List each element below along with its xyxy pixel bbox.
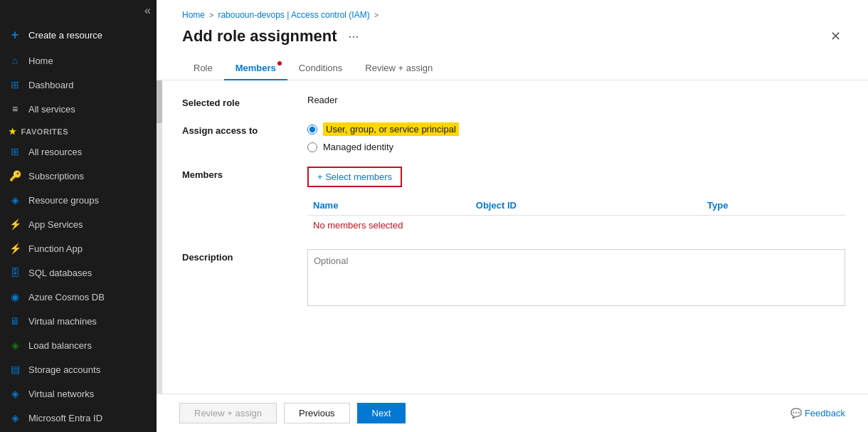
sidebar-item-label: App Services <box>28 219 83 230</box>
next-button[interactable]: Next <box>357 403 406 423</box>
radio-managed-identity[interactable]: Managed identity <box>307 142 845 152</box>
description-value <box>307 249 845 308</box>
tab-conditions[interactable]: Conditions <box>287 57 354 80</box>
members-table-head: Name Object ID Type <box>307 196 845 216</box>
sidebar-item-virtual-machines[interactable]: 🖥 Virtual machines <box>0 309 157 333</box>
review-assign-button[interactable]: Review + assign <box>179 403 277 423</box>
col-name: Name <box>307 196 470 216</box>
feedback-icon: 💬 <box>790 408 802 418</box>
star-icon: ★ <box>9 127 17 137</box>
sidebar-item-create-resource[interactable]: + Create a resource <box>0 21 157 48</box>
radio-managed-identity-label: Managed identity <box>323 142 393 152</box>
sidebar-item-dashboard[interactable]: ⊞ Dashboard <box>0 73 157 97</box>
selected-role-row: Selected role Reader <box>182 95 845 108</box>
sidebar-item-label: Microsoft Entra ID <box>28 413 102 423</box>
sidebar-item-label: Create a resource <box>28 30 102 41</box>
select-members-label: + Select members <box>317 172 392 182</box>
home-icon: ⌂ <box>9 54 21 67</box>
radio-group: User, group, or service principal Manage… <box>307 122 845 152</box>
description-textarea[interactable] <box>307 249 845 306</box>
table-header-row: Name Object ID Type <box>307 196 845 216</box>
plus-icon: + <box>9 28 21 41</box>
breadcrumb: Home > rabououn-devops | Access control … <box>157 0 868 24</box>
sidebar-item-resource-groups[interactable]: ◈ Resource groups <box>0 188 157 212</box>
selected-role-value: Reader <box>307 95 845 105</box>
tab-review-assign[interactable]: Review + assign <box>354 57 444 80</box>
sidebar-item-subscriptions[interactable]: 🔑 Subscriptions <box>0 164 157 188</box>
main-panel: Home > rabououn-devops | Access control … <box>157 0 868 432</box>
members-label: Members <box>182 167 296 180</box>
assign-access-label: Assign access to <box>182 122 296 136</box>
sidebar-item-cosmos-db[interactable]: ◉ Azure Cosmos DB <box>0 285 157 309</box>
feedback-link[interactable]: 💬 Feedback <box>790 408 845 418</box>
tab-members[interactable]: Members <box>224 57 287 80</box>
function-app-icon: ⚡ <box>9 242 21 255</box>
form-body: Selected role Reader Assign access to Us… <box>182 80 845 337</box>
sidebar-item-label: Virtual networks <box>28 389 94 399</box>
sidebar-item-label: Azure Cosmos DB <box>28 292 105 302</box>
sidebar-item-all-resources[interactable]: ⊞ All resources <box>0 139 157 164</box>
cosmos-icon: ◉ <box>9 290 21 303</box>
previous-button[interactable]: Previous <box>284 403 350 423</box>
vnet-icon: ◈ <box>9 387 21 400</box>
collapse-icon: « <box>144 4 151 17</box>
sidebar-item-virtual-networks[interactable]: ◈ Virtual networks <box>0 381 157 406</box>
sidebar-collapse-btn[interactable]: « <box>0 0 157 21</box>
dashboard-icon: ⊞ <box>9 78 21 91</box>
col-object-id: Object ID <box>470 196 702 216</box>
col-type: Type <box>702 196 845 216</box>
sidebar-item-function-app[interactable]: ⚡ Function App <box>0 236 157 260</box>
sidebar-item-app-services[interactable]: ⚡ App Services <box>0 212 157 236</box>
sidebar-item-home[interactable]: ⌂ Home <box>0 48 157 73</box>
selected-role-label: Selected role <box>182 95 296 108</box>
form-panel: Selected role Reader Assign access to Us… <box>157 80 868 394</box>
members-value: + Select members Name Object ID Type <box>307 167 845 235</box>
radio-user-group-input[interactable] <box>307 125 317 135</box>
resource-groups-icon: ◈ <box>9 194 21 206</box>
tabs-bar: Role Members Conditions Review + assign <box>157 57 868 80</box>
tab-role[interactable]: Role <box>182 57 224 80</box>
sidebar-item-entra-id[interactable]: ◈ Microsoft Entra ID <box>0 406 157 430</box>
sidebar-item-label: All services <box>28 104 75 115</box>
sidebar-item-label: Dashboard <box>28 80 74 90</box>
favorites-label: FAVORITES <box>21 127 68 136</box>
assign-access-row: Assign access to User, group, or service… <box>182 122 845 152</box>
description-row: Description <box>182 249 845 308</box>
select-members-button[interactable]: + Select members <box>307 167 402 187</box>
page-header: Add role assignment ··· ✕ <box>157 24 868 57</box>
radio-user-group-label: User, group, or service principal <box>323 122 459 136</box>
sidebar-item-load-balancers[interactable]: ◈ Load balancers <box>0 333 157 357</box>
vm-icon: 🖥 <box>9 315 21 327</box>
all-resources-icon: ⊞ <box>9 145 21 158</box>
sidebar-item-label: Storage accounts <box>28 364 100 375</box>
content-area: Selected role Reader Assign access to Us… <box>157 80 868 394</box>
favorites-section: ★ FAVORITES <box>0 121 157 139</box>
sidebar-item-label: Function App <box>28 243 83 254</box>
breadcrumb-resource[interactable]: rabououn-devops | Access control (IAM) <box>218 10 369 20</box>
sidebar-item-label: Load balancers <box>28 340 92 351</box>
feedback-label: Feedback <box>805 408 845 418</box>
page-title: Add role assignment <box>182 27 337 46</box>
storage-icon: ▤ <box>9 363 21 376</box>
breadcrumb-home[interactable]: Home <box>182 10 205 20</box>
members-row: Members + Select members Name Object ID … <box>182 167 845 235</box>
no-members-message: No members selected <box>307 216 845 236</box>
sidebar-item-storage-accounts[interactable]: ▤ Storage accounts <box>0 357 157 381</box>
sidebar-item-all-services[interactable]: ≡ All services <box>0 97 157 121</box>
sql-icon: 🗄 <box>9 266 21 279</box>
close-button[interactable]: ✕ <box>826 27 845 46</box>
sidebar-item-label: SQL databases <box>28 268 92 278</box>
ellipsis-button[interactable]: ··· <box>344 28 364 46</box>
chevron-icon: > <box>209 11 213 19</box>
members-required-dot <box>277 61 282 65</box>
sidebar-item-label: Virtual machines <box>28 316 97 327</box>
footer: Review + assign Previous Next 💬 Feedback <box>157 394 868 432</box>
sidebar-item-label: Home <box>28 56 53 66</box>
no-members-row: No members selected <box>307 216 845 236</box>
sidebar-item-sql-databases[interactable]: 🗄 SQL databases <box>0 260 157 285</box>
radio-managed-identity-input[interactable] <box>307 142 317 152</box>
title-row: Add role assignment ··· <box>182 27 364 46</box>
members-table-body: No members selected <box>307 216 845 236</box>
radio-user-group[interactable]: User, group, or service principal <box>307 122 845 136</box>
sidebar-item-label: Subscriptions <box>28 171 84 181</box>
